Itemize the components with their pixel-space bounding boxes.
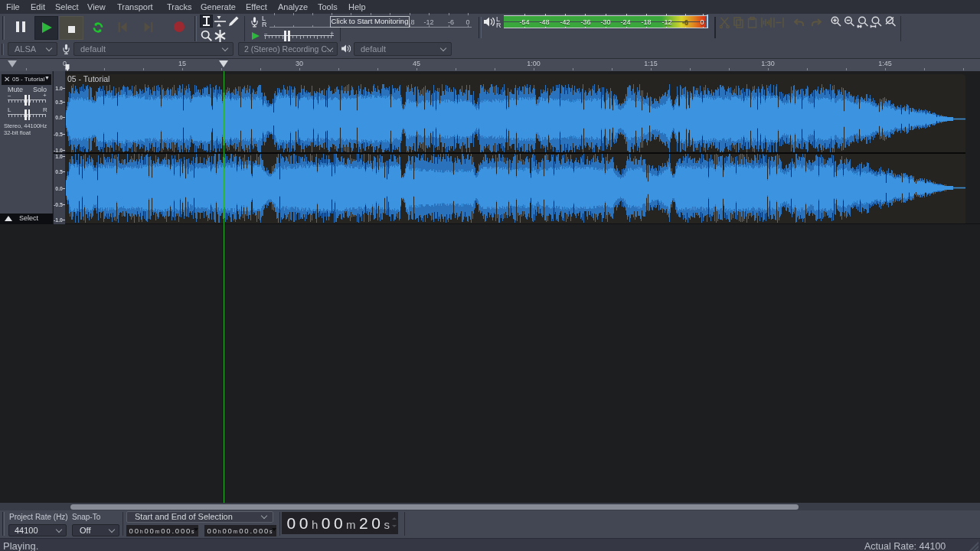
svg-text:05 - Tutorial: 05 - Tutorial	[67, 74, 109, 83]
